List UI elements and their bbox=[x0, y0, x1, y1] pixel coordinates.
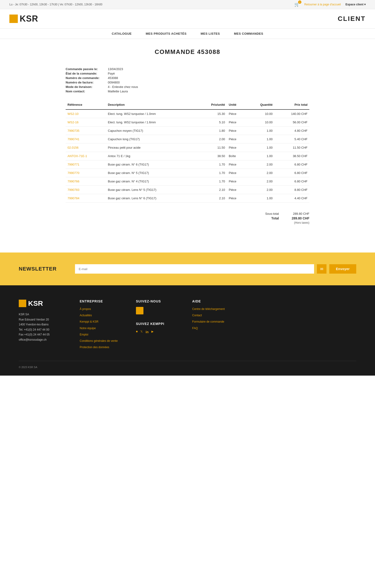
footer-link-emploi[interactable]: Emploi bbox=[80, 332, 126, 337]
logo[interactable]: KSR bbox=[9, 14, 38, 24]
newsletter-title: NEWSLETTER bbox=[19, 266, 61, 272]
company-fax: Fax +41(0) 24 447 44 05 bbox=[19, 332, 70, 337]
footer-suivez-nous-col: SUIVEZ-NOUS in SUIVEZ KEMPPI ■ 𝕏 in ▶ bbox=[136, 299, 183, 351]
company-city: 1400 Yverdon-les-Bains bbox=[19, 322, 70, 327]
kemppi-linkedin-icon[interactable]: in bbox=[146, 329, 148, 335]
newsletter-submit-button[interactable]: Envoyer bbox=[329, 264, 356, 273]
cell-desc: Capuchon long (TIG17) bbox=[106, 135, 196, 144]
cell-ref: 7990766 bbox=[66, 177, 106, 186]
footer-link-apropos[interactable]: À propos bbox=[80, 307, 126, 311]
info-value-date: 13/04/2023 bbox=[108, 67, 123, 71]
cell-prix-total: 4.40 CHF bbox=[274, 194, 309, 203]
footer-entreprise-col: ENTREPRISE À propos Actualités Kemppi & … bbox=[80, 299, 126, 351]
newsletter-email-input[interactable] bbox=[75, 264, 314, 273]
cart-container[interactable]: 🛒 1 bbox=[294, 2, 300, 7]
cell-prix-unite: 11.50 bbox=[196, 144, 227, 152]
footer-link-contact[interactable]: Contact bbox=[192, 313, 244, 318]
cell-desc: Buse gaz céram. N° 5 (TIG17) bbox=[106, 169, 196, 177]
kemppi-youtube-icon[interactable]: ▶ bbox=[151, 329, 154, 335]
cell-prix-total: 6.80 CHF bbox=[274, 160, 309, 169]
footer-link-protection[interactable]: Protection des données bbox=[80, 345, 126, 350]
table-row: WS2-10 Elect. tung. WS2 turquoise / 1.0m… bbox=[66, 109, 309, 118]
footer-link-actualites[interactable]: Actualités bbox=[80, 313, 126, 318]
cell-desc: Buse gaz céram. N° 6 (TIG17) bbox=[106, 160, 196, 169]
top-bar: Lu - Je: 07h30 - 12h00, 13h30 - 17h30 | … bbox=[0, 0, 375, 9]
ref-link[interactable]: ANTOX-71E-1 bbox=[67, 154, 87, 158]
footer-link-notre-equipe[interactable]: Notre équipe bbox=[80, 326, 126, 331]
header: KSR CLIENT bbox=[0, 9, 375, 29]
page-title: COMMANDE 453088 bbox=[66, 48, 309, 56]
return-home-link[interactable]: Retourner à la page d'accueil bbox=[304, 3, 341, 6]
ref-link[interactable]: 7990771 bbox=[67, 163, 79, 166]
ref-link[interactable]: 02.0156 bbox=[67, 146, 79, 149]
nav-commandes[interactable]: MES COMMANDES bbox=[234, 32, 263, 35]
ref-link[interactable]: 7990766 bbox=[67, 179, 79, 183]
cell-ref: 7990741 bbox=[66, 135, 106, 144]
logo-text: KSR bbox=[20, 14, 38, 24]
total-label: Total bbox=[271, 216, 279, 220]
cell-unite: Pièce bbox=[227, 135, 247, 144]
footer-entreprise-title: ENTREPRISE bbox=[80, 299, 126, 303]
linkedin-icon[interactable]: in bbox=[136, 307, 144, 315]
footer-link-kemppi-ksr[interactable]: Kemppi & KSR bbox=[80, 320, 126, 324]
footer-suivez-nous-title: SUIVEZ-NOUS bbox=[136, 299, 183, 303]
kemppi-facebook-icon[interactable]: ■ bbox=[136, 329, 138, 335]
footer-company-col: KSR KSR SA Rue Edouard Verdan 20 1400 Yv… bbox=[19, 299, 70, 351]
footer-link-faq[interactable]: FAQ bbox=[192, 326, 244, 331]
cell-prix-unite: 38.50 bbox=[196, 152, 227, 160]
cell-ref: 7990735 bbox=[66, 126, 106, 135]
col-prix-total: Prix total bbox=[274, 100, 309, 109]
cell-prix-total: 56.00 CHF bbox=[274, 118, 309, 126]
cell-quantite: 1.00 bbox=[247, 144, 274, 152]
logo-square bbox=[9, 15, 18, 23]
cell-desc: Capuchon moyen (TIG17) bbox=[106, 126, 196, 135]
ref-link[interactable]: WS2-10 bbox=[67, 112, 79, 116]
espace-client-link[interactable]: Espace client ▾ bbox=[345, 3, 366, 6]
footer-top: KSR KSR SA Rue Edouard Verdan 20 1400 Yv… bbox=[19, 299, 356, 351]
order-table: Référence Description Prix/unité Unité Q… bbox=[66, 100, 309, 203]
cell-unite: Pièce bbox=[227, 109, 247, 118]
business-hours: Lu - Je: 07h30 - 12h00, 13h30 - 17h30 | … bbox=[9, 3, 103, 6]
cell-desc: Antox 71 E / 1kg bbox=[106, 152, 196, 160]
ref-link[interactable]: 7990783 bbox=[67, 188, 79, 191]
footer-suivez-kemppi-title: SUIVEZ KEMPPI bbox=[136, 322, 183, 326]
info-row-date: Commande passée le: 13/04/2023 bbox=[66, 67, 309, 71]
table-row: 02.0156 Pinceau petit pour acide 11.50 P… bbox=[66, 144, 309, 152]
nav-listes[interactable]: MES LISTES bbox=[201, 32, 220, 35]
ref-link[interactable]: WS2-16 bbox=[67, 121, 79, 124]
footer-link-cgv[interactable]: Conditions générales de vente bbox=[80, 339, 126, 343]
cell-prix-unite: 1.70 bbox=[196, 169, 227, 177]
footer-aide-title: AIDE bbox=[192, 299, 244, 303]
ref-link[interactable]: 7990770 bbox=[67, 171, 79, 175]
cell-unite: Pièce bbox=[227, 194, 247, 203]
ref-link[interactable]: 7990735 bbox=[67, 129, 79, 132]
cell-ref: 02.0156 bbox=[66, 144, 106, 152]
nav-catalogue[interactable]: CATALOGUE bbox=[112, 32, 132, 35]
nav-produits-achetes[interactable]: MES PRODUITS ACHETÉS bbox=[146, 32, 187, 35]
cell-quantite: 2.00 bbox=[247, 177, 274, 186]
footer: KSR KSR SA Rue Edouard Verdan 20 1400 Yv… bbox=[0, 285, 375, 376]
footer-link-telechargement[interactable]: Centre de téléchargement bbox=[192, 307, 244, 311]
kemppi-twitter-icon[interactable]: 𝕏 bbox=[140, 329, 143, 335]
cell-prix-unite: 2.10 bbox=[196, 186, 227, 194]
ref-link[interactable]: 7990784 bbox=[67, 197, 79, 200]
company-email: office@ksrsoudage.ch bbox=[19, 337, 70, 343]
cell-prix-unite: 5.10 bbox=[196, 118, 227, 126]
info-label-etat: État de la commande: bbox=[66, 72, 108, 75]
totals-block: Sous-total 289.80 CHF Total 289.80 CHF (… bbox=[66, 210, 309, 224]
newsletter-section: NEWSLETTER ✉ Envoyer bbox=[0, 252, 375, 285]
cell-prix-unite: 1.70 bbox=[196, 177, 227, 186]
company-tel: Tel. +41(0) 24 447 44 00 bbox=[19, 327, 70, 332]
cell-ref: 7990783 bbox=[66, 186, 106, 194]
cell-prix-total: 8.80 CHF bbox=[274, 186, 309, 194]
cell-desc: Buse gaz céram. N° 4 (TIG17) bbox=[106, 177, 196, 186]
cell-quantite: 10.00 bbox=[247, 118, 274, 126]
cell-quantite: 1.00 bbox=[247, 194, 274, 203]
company-name: KSR SA bbox=[19, 312, 70, 317]
kemppi-social-icons: ■ 𝕏 in ▶ bbox=[136, 329, 183, 336]
cell-prix-total: 4.80 CHF bbox=[274, 126, 309, 135]
ref-link[interactable]: 7990741 bbox=[67, 137, 79, 141]
cell-ref: 7990770 bbox=[66, 169, 106, 177]
cell-desc: Buse gaz céram. Lens N° 6 (TIG17) bbox=[106, 194, 196, 203]
footer-link-formulaire[interactable]: Formulaire de commande bbox=[192, 320, 244, 324]
